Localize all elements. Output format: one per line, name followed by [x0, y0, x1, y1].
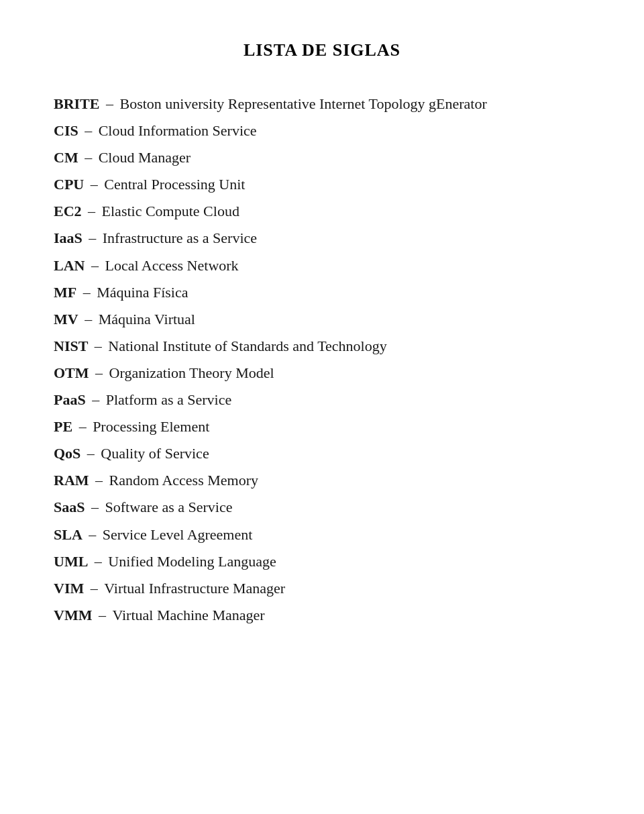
acronym-dash: – — [81, 122, 96, 139]
acronym-dash: – — [87, 499, 102, 515]
list-item: RAM – Random Access Memory — [54, 469, 590, 492]
acronym-dash: – — [102, 95, 117, 112]
list-item: BRITE – Boston university Representative… — [54, 93, 590, 115]
acronym-definition: Quality of Service — [101, 445, 209, 462]
acronym-key: EC2 — [54, 203, 82, 219]
acronym-key: RAM — [54, 472, 89, 489]
acronym-key: CIS — [54, 122, 78, 139]
list-item: UML – Unified Modeling Language — [54, 550, 590, 573]
acronym-key: LAN — [54, 257, 85, 274]
list-item: VIM – Virtual Infrastructure Manager — [54, 577, 590, 600]
list-item: LAN – Local Access Network — [54, 254, 590, 277]
acronym-definition: Processing Element — [93, 418, 209, 435]
list-item: IaaS – Infrastructure as a Service — [54, 227, 590, 250]
acronym-dash: – — [85, 230, 100, 246]
acronym-key: PaaS — [54, 391, 86, 408]
acronym-key: VIM — [54, 580, 84, 597]
acronym-dash: – — [85, 203, 99, 219]
acronym-definition: Unified Modeling Language — [108, 553, 276, 570]
list-item: QoS – Quality of Service — [54, 442, 590, 465]
list-item: PE – Processing Element — [54, 415, 590, 438]
acronym-key: MF — [54, 284, 76, 301]
list-item: PaaS – Platform as a Service — [54, 389, 590, 411]
acronym-key: CM — [54, 149, 78, 166]
acronym-dash: – — [83, 445, 98, 462]
acronym-key: IaaS — [54, 230, 83, 246]
acronym-definition: Cloud Information Service — [99, 122, 257, 139]
acronym-key: BRITE — [54, 95, 99, 112]
acronym-dash: – — [75, 418, 90, 435]
acronym-dash: – — [91, 553, 105, 570]
list-item: SLA – Service Level Agreement — [54, 523, 590, 546]
acronym-definition: Infrastructure as a Service — [103, 230, 257, 246]
list-item: CIS – Cloud Information Service — [54, 119, 590, 142]
list-item: CM – Cloud Manager — [54, 146, 590, 169]
page-title: LISTA DE SIGLAS — [54, 40, 590, 60]
list-item: SaaS – Software as a Service — [54, 496, 590, 519]
acronym-definition: Virtual Machine Manager — [112, 607, 264, 623]
list-item: MV – Máquina Virtual — [54, 308, 590, 331]
acronym-key: SaaS — [54, 499, 85, 515]
acronym-definition: Máquina Física — [97, 284, 188, 301]
acronym-definition: Platform as a Service — [106, 391, 232, 408]
acronym-definition: Boston university Representative Interne… — [119, 95, 486, 112]
acronym-dash: – — [87, 257, 102, 274]
acronym-key: NIST — [54, 338, 88, 354]
acronym-dash: – — [87, 176, 101, 193]
list-item: CPU – Central Processing Unit — [54, 173, 590, 196]
acronym-definition: Elastic Compute Cloud — [102, 203, 239, 219]
acronym-definition: Local Access Network — [105, 257, 238, 274]
acronym-dash: – — [92, 364, 107, 381]
acronym-definition: National Institute of Standards and Tech… — [108, 338, 386, 354]
acronym-key: CPU — [54, 176, 84, 193]
acronym-definition: Central Processing Unit — [104, 176, 245, 193]
acronym-dash: – — [81, 149, 96, 166]
list-item: NIST – National Institute of Standards a… — [54, 335, 590, 358]
acronym-dash: – — [91, 338, 105, 354]
list-item: MF – Máquina Física — [54, 281, 590, 304]
acronym-definition: Cloud Manager — [99, 149, 191, 166]
acronym-dash: – — [87, 580, 101, 597]
acronym-definition: Software as a Service — [105, 499, 232, 515]
acronym-key: PE — [54, 418, 72, 435]
acronym-key: MV — [54, 311, 78, 327]
list-item: OTM – Organization Theory Model — [54, 362, 590, 385]
acronym-key: QoS — [54, 445, 80, 462]
acronym-definition: Service Level Agreement — [103, 526, 253, 543]
acronym-definition: Virtual Infrastructure Manager — [104, 580, 285, 597]
acronym-list: BRITE – Boston university Representative… — [54, 93, 590, 627]
list-item: EC2 – Elastic Compute Cloud — [54, 200, 590, 223]
acronym-definition: Organization Theory Model — [109, 364, 274, 381]
acronym-definition: Máquina Virtual — [99, 311, 195, 327]
acronym-dash: – — [85, 526, 100, 543]
acronym-key: OTM — [54, 364, 89, 381]
acronym-key: VMM — [54, 607, 92, 623]
acronym-key: UML — [54, 553, 88, 570]
acronym-key: SLA — [54, 526, 83, 543]
acronym-dash: – — [92, 472, 107, 489]
acronym-dash: – — [79, 284, 94, 301]
acronym-dash: – — [89, 391, 103, 408]
list-item: VMM – Virtual Machine Manager — [54, 604, 590, 627]
acronym-dash: – — [81, 311, 96, 327]
acronym-dash: – — [95, 607, 109, 623]
acronym-definition: Random Access Memory — [109, 472, 258, 489]
